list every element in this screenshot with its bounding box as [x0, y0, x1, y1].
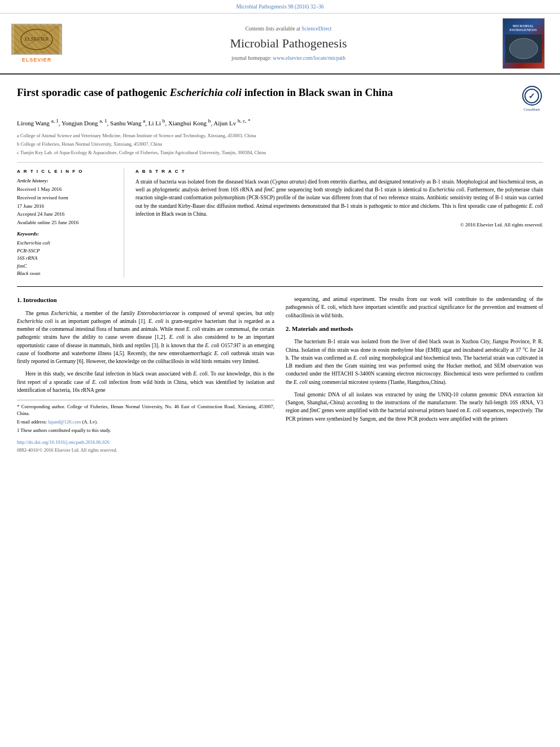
cover-image-art — [505, 34, 542, 63]
authors-line: Lirong Wang a, 1, Yongjun Dong a, 1, San… — [17, 117, 543, 128]
keyword-5: Black swan — [17, 270, 115, 277]
citation-bar: Microbial Pathogenesis 98 (2016) 32–36 — [0, 0, 560, 14]
journal-name: Microbial Pathogenesis — [85, 35, 492, 53]
keyword-2: PCR-SSCP — [17, 247, 115, 255]
affiliation-a: a College of Animal Science and Veterina… — [17, 132, 543, 139]
section-2-number: 2. — [286, 325, 290, 332]
cover-title: MICROBIAL PATHOGENESIS — [505, 24, 542, 32]
crossmark-icon: ✓ — [522, 86, 542, 106]
svg-rect-0 — [14, 25, 59, 54]
the-word-7: the — [483, 416, 490, 422]
journal-homepage: journal homepage: www.elsevier.com/locat… — [85, 55, 492, 62]
affiliations: a College of Animal Science and Veterina… — [17, 132, 543, 156]
the-word-5: the — [336, 363, 343, 369]
intro-continuation: sequencing, and animal experiment. The r… — [286, 295, 543, 320]
keywords-label: Keywords: — [17, 230, 115, 238]
footnotes-block: * Corresponding author. College of Fishe… — [17, 400, 274, 434]
citation-text: Microbial Pathogenesis 98 (2016) 32–36 — [236, 4, 323, 10]
section-1-number: 1. — [17, 296, 21, 303]
right-column: sequencing, and animal experiment. The r… — [286, 295, 543, 454]
contents-available-text: Contents lists available at ScienceDirec… — [85, 25, 492, 33]
the-word-2: the — [197, 343, 204, 348]
article-info-panel: A R T I C L E I N F O Article history: R… — [17, 168, 124, 278]
copyright-text: © 2016 Elsevier Ltd. All rights reserved… — [135, 221, 543, 229]
methods-para-2: Total genomic DNA of all isolates was ex… — [286, 391, 543, 423]
the-word-6: the — [387, 416, 394, 422]
keyword-4: fimC — [17, 263, 115, 270]
received-revised-label: Received in revised form — [17, 194, 115, 202]
sciencedirect-link[interactable]: ScienceDirect — [301, 26, 331, 32]
available-date: Available online 25 June 2016 — [17, 219, 115, 226]
header-divider — [17, 162, 543, 163]
abstract-body: A strain of bacteria was isolated from t… — [135, 178, 543, 218]
affiliation-b: b College of Fisheries, Henan Normal Uni… — [17, 141, 543, 148]
article-info-title: A R T I C L E I N F O — [17, 168, 115, 174]
body-content: 1. Introduction The genus Escherichia, a… — [17, 286, 543, 454]
journal-header: ELSEVIER ELSEVIER Contents lists availab… — [0, 14, 560, 75]
abstract-panel: A B S T R A C T A strain of bacteria was… — [135, 168, 543, 278]
article-area: First sporadic case of pathogenic Escher… — [0, 75, 560, 462]
two-column-layout: 1. Introduction The genus Escherichia, a… — [17, 295, 543, 454]
footnote-corresponding: * Corresponding author. College of Fishe… — [17, 404, 274, 417]
email-link[interactable]: lajand@126.com — [48, 419, 81, 425]
publisher-logo-area: ELSEVIER ELSEVIER — [11, 24, 79, 64]
section-2-title: Materials and methods — [292, 325, 353, 332]
intro-para-2: Here in this study, we describe fatal in… — [17, 370, 274, 394]
svg-line-2 — [14, 25, 59, 54]
affiliation-c: c Tianjin Key Lab. of Aqua-Ecology & Aqu… — [17, 149, 543, 156]
info-abstract-block: A R T I C L E I N F O Article history: R… — [17, 168, 543, 278]
keyword-1: Escherichia coli — [17, 239, 115, 247]
article-title-block: First sporadic case of pathogenic Escher… — [17, 86, 543, 112]
svg-point-1 — [21, 29, 53, 50]
the-word-3: The — [291, 355, 299, 361]
journal-info-center: Contents lists available at ScienceDirec… — [79, 25, 498, 62]
elsevier-logo: ELSEVIER ELSEVIER — [11, 24, 62, 64]
journal-cover-image: MICROBIAL PATHOGENESIS — [502, 18, 545, 69]
section-1-heading: 1. Introduction — [17, 295, 274, 305]
authors-text: Lirong Wang a, 1, Yongjun Dong a, 1, San… — [17, 120, 250, 126]
issn-text: 0882-4010/© 2016 Elsevier Ltd. All right… — [17, 447, 274, 454]
footnote-email: E-mail address: lajand@126.com (A. Lv). — [17, 419, 274, 426]
svg-text:ELSEVIER: ELSEVIER — [25, 36, 49, 42]
logo-image: ELSEVIER — [11, 24, 62, 55]
footnote-equal: 1 These authors contributed equally to t… — [17, 427, 274, 434]
section-2-heading: 2. Materials and methods — [286, 324, 543, 334]
title-part1: First sporadic case of pathogenic — [17, 86, 170, 98]
testing-word: testing — [474, 195, 488, 200]
doi-link[interactable]: http://dx.doi.org/10.1016/j.micpath.2016… — [17, 439, 110, 445]
methods-para-1: The bacterium B-1 strain was isolated fr… — [286, 338, 543, 386]
elsevier-brand-text: ELSEVIER — [22, 56, 52, 64]
title-italic: Escherichia coli — [170, 86, 242, 98]
journal-cover-area: MICROBIAL PATHOGENESIS — [498, 18, 549, 69]
article-title: First sporadic case of pathogenic Escher… — [17, 86, 515, 100]
doi-link-block: http://dx.doi.org/10.1016/j.micpath.2016… — [17, 439, 274, 446]
svg-line-3 — [14, 25, 59, 54]
title-part2: infection in Black swan in China — [242, 86, 393, 98]
crossmark-badge: ✓ CrossMark — [520, 86, 543, 112]
received-revised-date: 17 June 2016 — [17, 203, 115, 210]
abstract-title: A B S T R A C T — [135, 168, 543, 174]
history-label: Article history: — [17, 177, 115, 185]
keyword-3: 16S rRNA — [17, 255, 115, 262]
homepage-link[interactable]: www.elsevier.com/locate/micpath — [273, 55, 345, 61]
page: Microbial Pathogenesis 98 (2016) 32–36 E… — [0, 0, 560, 747]
accepted-date: Accepted 24 June 2016 — [17, 211, 115, 218]
crossmark-label: CrossMark — [524, 107, 540, 112]
the-word-4: The — [463, 355, 472, 361]
received-date: Received 1 May 2016 — [17, 186, 115, 193]
svg-text:✓: ✓ — [528, 92, 535, 101]
section-1-title: Introduction — [23, 296, 57, 303]
intro-para-1: The genus Escherichia, a member of the f… — [17, 309, 274, 366]
the-word-1: the — [252, 326, 259, 332]
left-column: 1. Introduction The genus Escherichia, a… — [17, 295, 274, 454]
